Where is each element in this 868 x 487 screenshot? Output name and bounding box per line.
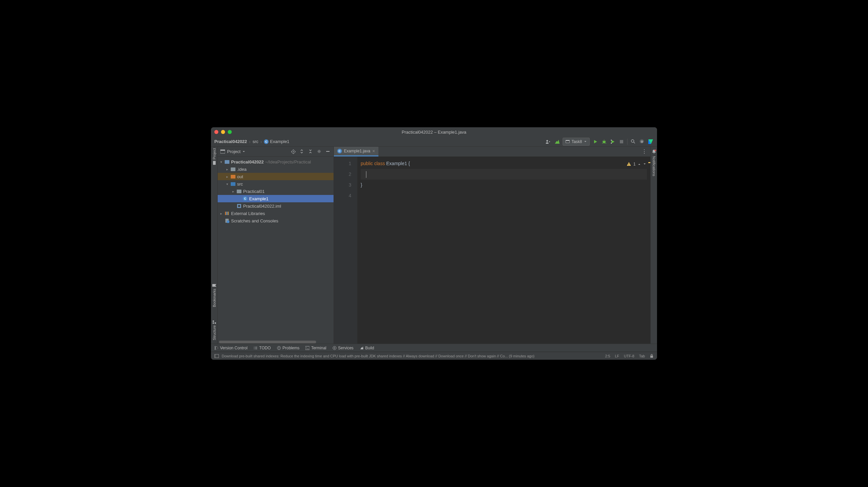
code-line-2[interactable] (361, 169, 647, 180)
chevron-right-icon[interactable]: ▸ (226, 175, 230, 179)
chevron-down-icon[interactable] (643, 162, 646, 166)
breadcrumb-file[interactable]: C Example1 (264, 139, 289, 144)
jetbrains-icon[interactable] (648, 139, 654, 145)
line-number[interactable]: 4 (335, 190, 351, 201)
project-tool-button[interactable]: Project (212, 148, 216, 165)
folder-icon (230, 166, 236, 172)
chevron-right-icon[interactable]: ▸ (226, 168, 230, 171)
tree-root-label: Practical042022 (231, 159, 264, 164)
vcs-label: Version Control (220, 346, 247, 351)
tree-external-libraries[interactable]: ▸ External Libraries (218, 210, 334, 217)
project-view-icon (220, 149, 225, 154)
inspection-widget[interactable]: 1 (626, 159, 646, 170)
source-folder-icon (230, 181, 236, 187)
chevron-right-icon: › (260, 139, 262, 144)
version-control-tool[interactable]: Version Control (214, 346, 247, 351)
warning-stripe[interactable] (648, 162, 650, 163)
svg-point-4 (631, 140, 634, 142)
statusbar: Download pre-built shared indexes: Reduc… (211, 352, 657, 360)
services-tool[interactable]: Services (333, 346, 353, 351)
todo-tool[interactable]: TODO (253, 346, 271, 351)
breadcrumb: Practical042022 › src › C Example1 (214, 139, 289, 144)
structure-tool-button[interactable]: Structure (212, 321, 216, 340)
bookmarks-tool-button[interactable]: Bookmarks (212, 283, 216, 307)
build-icon[interactable] (554, 139, 560, 145)
breadcrumb-folder[interactable]: src (252, 139, 258, 144)
horizontal-scrollbar[interactable] (218, 340, 334, 344)
tree-class-file[interactable]: C Example1 (218, 195, 334, 202)
tree-iml-file[interactable]: Practical042022.iml (218, 202, 334, 210)
line-number[interactable]: 3 (335, 180, 351, 190)
structure-icon (213, 321, 216, 324)
line-number[interactable]: 2 (335, 169, 351, 180)
minimize-window-button[interactable] (221, 130, 225, 134)
code-line-1[interactable]: public class Example1 { (361, 158, 647, 169)
tab-overflow-icon[interactable]: ⋮ (638, 147, 650, 156)
code-with-me-icon[interactable] (545, 139, 551, 145)
lock-icon[interactable] (650, 354, 654, 358)
editor[interactable]: 1 2 3 4 public class Example1 { } 1 (334, 157, 650, 344)
notifications-tool-button[interactable]: Notifications (652, 156, 656, 176)
svg-point-24 (654, 150, 656, 151)
chevron-down-icon[interactable]: ▾ (226, 182, 230, 186)
debug-button[interactable] (601, 139, 607, 145)
package-icon (237, 189, 242, 194)
chevron-down-icon (243, 150, 245, 153)
indent-info[interactable]: Tab (639, 354, 645, 358)
caret-position[interactable]: 2:5 (605, 354, 610, 358)
problems-tool[interactable]: Problems (277, 346, 300, 351)
build-tool[interactable]: Build (360, 346, 374, 351)
close-window-button[interactable] (214, 130, 218, 134)
line-separator[interactable]: LF (615, 354, 619, 358)
chevron-up-icon[interactable] (638, 162, 641, 166)
notifications-icon[interactable] (652, 149, 656, 154)
tool-windows-icon[interactable] (214, 354, 219, 358)
breadcrumb-root[interactable]: Practical042022 (214, 139, 247, 144)
line-number[interactable]: 1 (335, 158, 351, 169)
expand-all-icon[interactable] (299, 149, 305, 154)
svg-point-2 (603, 141, 606, 143)
code-line-4[interactable] (361, 190, 647, 201)
tree-idea-folder[interactable]: ▸ .idea (218, 165, 334, 173)
tree-scratches[interactable]: Scratches and Consoles (218, 217, 334, 224)
run-button[interactable] (592, 139, 598, 145)
search-icon[interactable] (630, 139, 636, 145)
tree-out-folder[interactable]: ▸ out (218, 173, 334, 180)
chevron-right-icon[interactable]: ▸ (220, 212, 224, 215)
folder-icon (230, 174, 236, 179)
status-left: Download pre-built shared indexes: Reduc… (214, 354, 534, 358)
hide-icon[interactable] (326, 149, 331, 154)
tree-package[interactable]: ▸ Practical01 (218, 188, 334, 195)
scrollbar-thumb[interactable] (219, 341, 316, 343)
file-encoding[interactable]: UTF-8 (624, 354, 634, 358)
coverage-button[interactable] (610, 139, 616, 145)
editor-tabs: C Example1.java × ⋮ (334, 147, 650, 157)
code-line-3[interactable]: } (361, 180, 647, 190)
svg-rect-34 (650, 356, 653, 358)
tree-root[interactable]: ▾ Practical042022 ~/IdeaProjects/Practic… (218, 158, 334, 165)
terminal-tool[interactable]: Terminal (305, 346, 326, 351)
stop-button[interactable] (619, 139, 624, 145)
chevron-down-icon[interactable]: ▾ (220, 160, 224, 164)
code-area[interactable]: public class Example1 { } 1 (357, 157, 650, 344)
bookmark-icon (212, 284, 216, 287)
tree-src-folder[interactable]: ▾ src (218, 180, 334, 188)
gear-icon[interactable] (317, 149, 322, 154)
close-tab-icon[interactable]: × (372, 148, 375, 154)
maximize-window-button[interactable] (228, 130, 232, 134)
status-message[interactable]: Download pre-built shared indexes: Reduc… (222, 354, 534, 358)
editor-tab[interactable]: C Example1.java × (334, 147, 378, 156)
svg-rect-30 (305, 346, 309, 350)
main-area: Project Bookmarks Structure Project (211, 147, 657, 344)
gear-icon[interactable] (639, 139, 645, 145)
keyword: public (361, 161, 373, 166)
chevron-right-icon[interactable]: ▸ (232, 189, 237, 193)
project-panel-title[interactable]: Project (220, 149, 245, 154)
bottom-toolbar: Version Control TODO Problems Terminal S… (211, 344, 657, 352)
services-label: Services (338, 346, 353, 351)
locate-icon[interactable] (291, 149, 296, 154)
svg-rect-18 (226, 212, 227, 215)
svg-rect-33 (215, 354, 216, 358)
run-configuration-dropdown[interactable]: Task8 (563, 138, 590, 146)
collapse-all-icon[interactable] (308, 149, 313, 154)
